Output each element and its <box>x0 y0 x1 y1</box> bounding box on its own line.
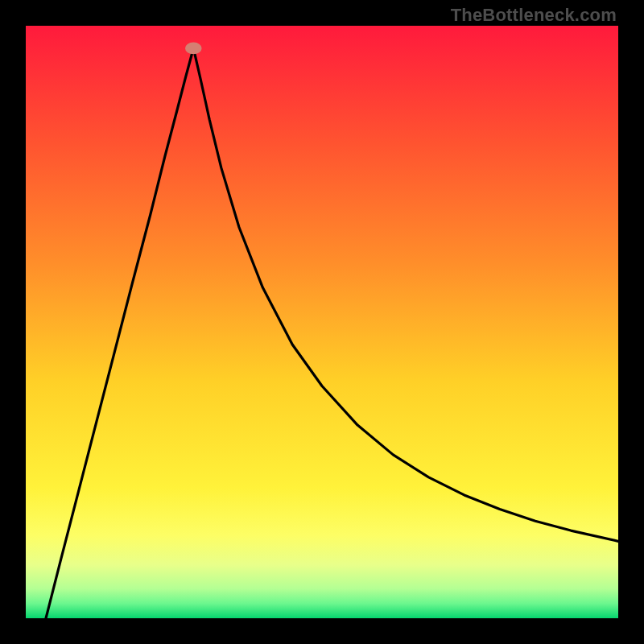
chart-frame <box>26 26 618 618</box>
minimum-marker <box>185 43 202 55</box>
watermark-text: TheBottleneck.com <box>451 5 617 26</box>
chart-background-gradient <box>26 26 618 618</box>
bottleneck-curve-chart <box>26 26 618 618</box>
